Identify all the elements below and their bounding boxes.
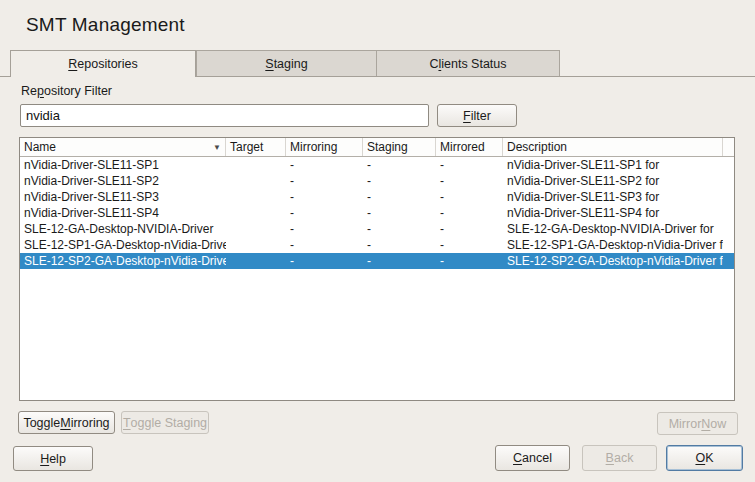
tab-clients-status[interactable]: Clients Status: [376, 50, 560, 76]
table-header: Name▼TargetMirroringStagingMirroredDescr…: [20, 138, 734, 157]
table-cell: SLE-12-SP1-GA-Desktop-nVidia-Driver for: [503, 238, 723, 252]
table-cell: SLE-12-SP2-GA-Desktop-nVidia-Driver for: [503, 254, 723, 268]
table-cell: SLE-12-GA-Desktop-NVIDIA-Driver: [20, 222, 226, 236]
table-cell: nVidia-Driver-SLE11-SP4 for: [503, 206, 723, 220]
help-button[interactable]: Help: [13, 446, 93, 471]
table-cell: -: [363, 238, 436, 252]
column-header-name[interactable]: Name▼: [20, 138, 226, 156]
sort-descending-icon: ▼: [213, 143, 221, 152]
ok-button[interactable]: OK: [666, 445, 743, 471]
column-header-mirrored[interactable]: Mirrored: [436, 138, 503, 156]
table-cell: SLE-12-GA-Desktop-NVIDIA-Driver for: [503, 222, 723, 236]
table-cell: -: [286, 158, 363, 172]
table-cell: -: [436, 254, 503, 268]
tab-bar: Repositories Staging Clients Status: [0, 50, 755, 77]
table-cell: -: [363, 174, 436, 188]
tab-staging[interactable]: Staging: [196, 50, 377, 76]
column-header-label: Mirrored: [440, 140, 485, 154]
table-row[interactable]: SLE-12-SP1-GA-Desktop-nVidia-Driver---SL…: [20, 237, 734, 253]
table-cell: -: [436, 190, 503, 204]
repository-filter-label: Repository Filter: [21, 84, 112, 98]
table-cell: SLE-12-SP1-GA-Desktop-nVidia-Driver: [20, 238, 226, 252]
table-row[interactable]: SLE-12-GA-Desktop-NVIDIA-Driver---SLE-12…: [20, 221, 734, 237]
table-cell: nVidia-Driver-SLE11-SP3: [20, 190, 226, 204]
table-cell: nVidia-Driver-SLE11-SP1 for: [503, 158, 723, 172]
table-row[interactable]: nVidia-Driver-SLE11-SP3---nVidia-Driver-…: [20, 189, 734, 205]
table-cell: nVidia-Driver-SLE11-SP1: [20, 158, 226, 172]
table-cell: -: [363, 190, 436, 204]
toggle-mirroring-button[interactable]: Toggle Mirroring: [18, 411, 115, 434]
column-header-filler: [723, 138, 734, 156]
column-header-label: Staging: [367, 140, 408, 154]
table-cell: -: [286, 206, 363, 220]
table-cell: -: [286, 254, 363, 268]
table-cell: nVidia-Driver-SLE11-SP2 for: [503, 174, 723, 188]
table-cell: -: [286, 238, 363, 252]
table-cell: nVidia-Driver-SLE11-SP4: [20, 206, 226, 220]
table-cell: nVidia-Driver-SLE11-SP2: [20, 174, 226, 188]
column-header-target[interactable]: Target: [226, 138, 286, 156]
column-header-description[interactable]: Description: [503, 138, 723, 156]
table-cell: -: [436, 238, 503, 252]
column-header-label: Description: [507, 140, 567, 154]
table-cell: -: [363, 222, 436, 236]
back-button[interactable]: Back: [582, 445, 657, 471]
table-row[interactable]: nVidia-Driver-SLE11-SP4---nVidia-Driver-…: [20, 205, 734, 221]
table-body: nVidia-Driver-SLE11-SP1---nVidia-Driver-…: [20, 157, 734, 269]
table-cell: -: [436, 174, 503, 188]
table-cell: -: [363, 254, 436, 268]
repository-table[interactable]: Name▼TargetMirroringStagingMirroredDescr…: [19, 137, 735, 401]
table-row[interactable]: nVidia-Driver-SLE11-SP2---nVidia-Driver-…: [20, 173, 734, 189]
repository-filter-input[interactable]: [20, 104, 429, 127]
column-header-label: Mirroring: [290, 140, 337, 154]
tab-repositories[interactable]: Repositories: [10, 50, 196, 77]
table-cell: -: [286, 190, 363, 204]
table-cell: -: [436, 158, 503, 172]
cancel-button[interactable]: Cancel: [495, 445, 570, 471]
table-cell: -: [286, 222, 363, 236]
mirror-now-button[interactable]: Mirror Now: [657, 412, 738, 435]
filter-button[interactable]: Filter: [437, 104, 517, 127]
table-cell: nVidia-Driver-SLE11-SP3 for: [503, 190, 723, 204]
table-cell: -: [286, 174, 363, 188]
column-header-label: Target: [230, 140, 263, 154]
table-cell: -: [436, 222, 503, 236]
table-cell: -: [363, 206, 436, 220]
table-row[interactable]: SLE-12-SP2-GA-Desktop-nVidia-Driver---SL…: [20, 253, 734, 269]
page-title: SMT Management: [26, 14, 185, 36]
column-header-label: Name: [24, 140, 56, 154]
column-header-staging[interactable]: Staging: [363, 138, 436, 156]
column-header-mirroring[interactable]: Mirroring: [286, 138, 363, 156]
table-row[interactable]: nVidia-Driver-SLE11-SP1---nVidia-Driver-…: [20, 157, 734, 173]
table-cell: SLE-12-SP2-GA-Desktop-nVidia-Driver: [20, 254, 226, 268]
smt-management-dialog: SMT Management Repositories Staging Clie…: [0, 0, 755, 482]
toggle-staging-button[interactable]: Toggle Staging: [121, 411, 209, 434]
table-cell: -: [436, 206, 503, 220]
table-cell: -: [363, 158, 436, 172]
